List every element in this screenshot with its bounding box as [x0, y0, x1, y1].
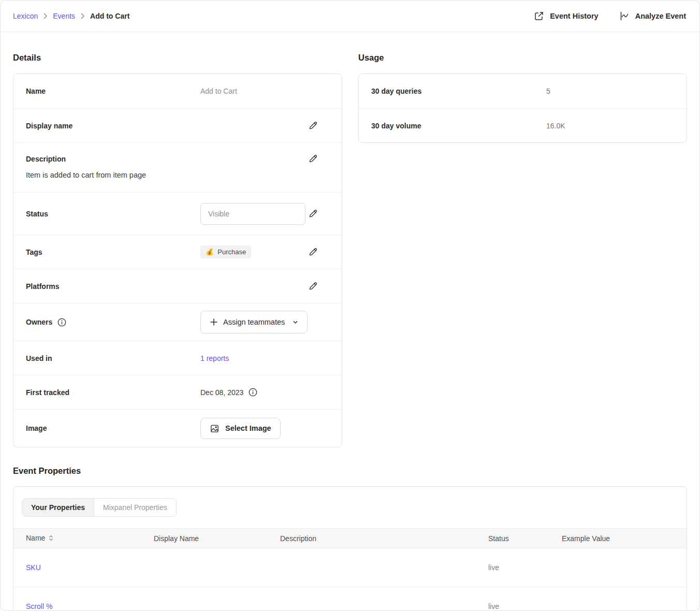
first-tracked-label: First tracked: [26, 388, 200, 397]
main-content: Details Name Add to Cart Display name: [1, 32, 699, 611]
platforms-label: Platforms: [26, 282, 200, 290]
column-header-name[interactable]: Name: [13, 529, 141, 548]
name-value: Add to Cart: [200, 87, 237, 95]
details-section-title: Details: [13, 53, 342, 63]
tag-chip-purchase: 💰 Purchase: [200, 245, 251, 258]
breadcrumb-current-event: Add to Cart: [90, 12, 129, 20]
edit-display-name-button[interactable]: [308, 121, 318, 130]
edit-platforms-button[interactable]: [308, 281, 318, 291]
info-icon[interactable]: [57, 317, 67, 327]
event-history-button[interactable]: Event History: [534, 11, 598, 21]
info-icon[interactable]: [248, 387, 258, 397]
property-status: live: [476, 548, 549, 587]
properties-table: Name Display Name Description Status Exa…: [13, 528, 687, 611]
used-in-label: Used in: [26, 354, 200, 362]
select-image-label: Select Image: [225, 424, 271, 432]
usage-section-title: Usage: [358, 53, 687, 63]
queries-label: 30 day queries: [371, 87, 546, 95]
details-row-owners: Owners: [13, 303, 342, 341]
column-header-status: Status: [476, 529, 549, 548]
breadcrumb-events[interactable]: Events: [53, 12, 75, 20]
volume-value: 16.0K: [546, 122, 565, 130]
breadcrumb: Lexicon Events Add to Cart: [13, 12, 129, 20]
event-properties-card: Your Properties Mixpanel Properties Name…: [13, 486, 687, 611]
usage-row-volume: 30 day volume 16.0K: [359, 108, 687, 142]
property-status: live: [476, 587, 549, 611]
details-row-display-name: Display name: [13, 108, 342, 142]
details-row-first-tracked: First tracked Dec 08, 2023: [13, 375, 342, 409]
status-input[interactable]: [200, 203, 305, 225]
pencil-icon: [308, 154, 318, 164]
event-history-label: Event History: [550, 12, 598, 20]
tab-your-properties[interactable]: Your Properties: [22, 499, 94, 516]
event-properties-section-title: Event Properties: [13, 466, 687, 476]
topbar-actions: Event History Analyze Event: [534, 11, 686, 21]
edit-status-button[interactable]: [308, 209, 318, 219]
details-row-image: Image Select Image: [13, 409, 342, 447]
lexicon-event-detail-page: Lexicon Events Add to Cart Event Histo: [0, 0, 700, 611]
edit-tags-button[interactable]: [308, 247, 318, 257]
details-row-name: Name Add to Cart: [13, 74, 342, 108]
first-tracked-value: Dec 08, 2023: [200, 388, 243, 397]
pencil-icon: [308, 121, 318, 130]
assign-teammates-button[interactable]: Assign teammates: [200, 311, 308, 333]
property-link-sku[interactable]: SKU: [26, 563, 41, 572]
property-display-name: [141, 587, 268, 611]
money-bag-icon: 💰: [206, 248, 214, 256]
property-display-name: [141, 548, 268, 587]
owners-label: Owners: [26, 318, 52, 326]
name-label: Name: [26, 87, 200, 95]
analyze-event-label: Analyze Event: [635, 12, 686, 20]
line-chart-icon: [619, 11, 630, 21]
description-label: Description: [26, 155, 200, 163]
chevron-down-icon: [293, 319, 298, 325]
property-description: [268, 548, 476, 587]
details-row-status: Status: [13, 192, 342, 235]
chevron-right-icon: [43, 13, 48, 19]
details-row-description: Description Item is added to ca: [13, 142, 342, 192]
edit-description-button[interactable]: [308, 154, 318, 164]
used-in-reports-link[interactable]: 1 reports: [200, 354, 229, 362]
status-label: Status: [26, 210, 200, 218]
pencil-icon: [308, 281, 318, 291]
column-header-description: Description: [268, 529, 476, 548]
property-example-value: [549, 587, 687, 611]
details-row-used-in: Used in 1 reports: [13, 341, 342, 375]
breadcrumb-lexicon[interactable]: Lexicon: [13, 12, 38, 20]
image-label: Image: [26, 424, 200, 432]
queries-value: 5: [546, 87, 550, 95]
topbar: Lexicon Events Add to Cart Event Histo: [1, 1, 699, 32]
property-link-scroll-pct[interactable]: Scroll %: [26, 602, 52, 610]
column-header-display-name: Display Name: [141, 529, 268, 548]
analyze-event-button[interactable]: Analyze Event: [619, 11, 686, 21]
details-card: Name Add to Cart Display name: [13, 74, 342, 447]
property-description: [268, 587, 476, 611]
pencil-icon: [308, 209, 318, 219]
display-name-label: Display name: [26, 122, 200, 130]
chevron-right-icon: [80, 13, 85, 19]
column-header-example-value: Example Value: [549, 529, 687, 548]
details-row-platforms: Platforms: [13, 269, 342, 303]
properties-table-header-row: Name Display Name Description Status Exa…: [13, 529, 687, 548]
description-text: Item is added to cart from item page: [26, 171, 329, 179]
assign-teammates-label: Assign teammates: [223, 318, 285, 326]
properties-tabs: Your Properties Mixpanel Properties: [13, 487, 687, 528]
plus-icon: [210, 318, 218, 326]
property-example-value: [549, 548, 687, 587]
volume-label: 30 day volume: [371, 122, 546, 130]
tab-mixpanel-properties[interactable]: Mixpanel Properties: [94, 499, 176, 516]
image-icon: [210, 424, 220, 433]
sort-icon: [49, 534, 53, 543]
pencil-icon: [308, 247, 318, 257]
external-link-icon: [534, 11, 544, 21]
table-row: SKU live: [13, 548, 687, 587]
select-image-button[interactable]: Select Image: [200, 418, 281, 439]
details-row-tags: Tags 💰 Purchase: [13, 235, 342, 269]
table-row: Scroll % live: [13, 587, 687, 611]
tags-label: Tags: [26, 248, 200, 256]
tag-chip-label: Purchase: [217, 248, 246, 256]
usage-card: 30 day queries 5 30 day volume 16.0K: [358, 74, 687, 143]
usage-row-queries: 30 day queries 5: [359, 74, 687, 108]
